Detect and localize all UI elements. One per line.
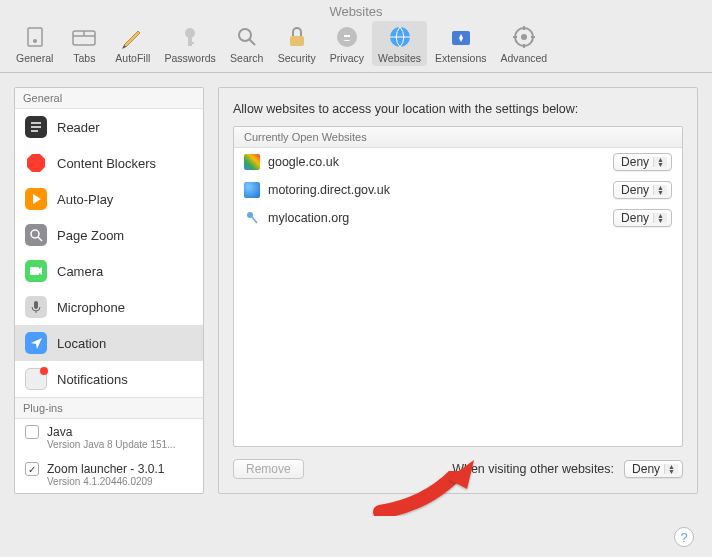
sidebar-item-label: Page Zoom xyxy=(57,228,124,243)
privacy-icon xyxy=(333,23,361,51)
chevron-updown-icon: ▲▼ xyxy=(653,213,667,223)
sidebar-item-microphone[interactable]: Microphone xyxy=(15,289,203,325)
plugin-version: Version Java 8 Update 151... xyxy=(47,439,193,450)
chevron-updown-icon: ▲▼ xyxy=(653,157,667,167)
notifications-icon xyxy=(25,368,47,390)
site-row[interactable]: google.co.uk Deny ▲▼ xyxy=(234,148,682,176)
bottom-bar: Remove When visiting other websites: Den… xyxy=(233,459,683,479)
default-permission-dropdown[interactable]: Deny ▲▼ xyxy=(624,460,683,478)
window-title: Websites xyxy=(0,0,712,21)
default-permission-label: When visiting other websites: xyxy=(452,462,614,476)
search-icon xyxy=(233,23,261,51)
websites-icon xyxy=(386,23,414,51)
tab-advanced[interactable]: Advanced xyxy=(494,21,553,66)
auto-play-icon xyxy=(25,188,47,210)
svg-point-27 xyxy=(31,230,39,238)
tab-general[interactable]: General xyxy=(10,21,59,66)
tab-passwords[interactable]: Passwords xyxy=(158,21,221,66)
site-name: mylocation.org xyxy=(268,211,605,225)
favicon-icon xyxy=(244,182,260,198)
tab-security[interactable]: Security xyxy=(272,21,322,66)
remove-button[interactable]: Remove xyxy=(233,459,304,479)
svg-point-1 xyxy=(33,39,37,43)
svg-marker-26 xyxy=(33,194,41,204)
content-blockers-icon xyxy=(25,152,47,174)
website-list: Currently Open Websites google.co.uk Den… xyxy=(233,126,683,447)
svg-rect-6 xyxy=(188,36,192,46)
help-button[interactable]: ? xyxy=(674,527,694,547)
permission-dropdown[interactable]: Deny ▲▼ xyxy=(613,153,672,171)
preferences-toolbar: General Tabs AutoFill Passwords Search xyxy=(0,21,712,73)
sidebar-item-label: Content Blockers xyxy=(57,156,156,171)
site-name: motoring.direct.gov.uk xyxy=(268,183,605,197)
camera-icon xyxy=(25,260,47,282)
plugin-checkbox[interactable]: ✓ xyxy=(25,462,39,476)
svg-rect-12 xyxy=(344,35,350,37)
sidebar-item-label: Camera xyxy=(57,264,103,279)
chevron-updown-icon: ▲▼ xyxy=(664,464,678,474)
sidebar-item-label: Auto-Play xyxy=(57,192,113,207)
settings-sidebar: General Reader Content Blockers Auto-Pla… xyxy=(14,87,204,494)
sidebar-item-label: Notifications xyxy=(57,372,128,387)
sidebar-item-auto-play[interactable]: Auto-Play xyxy=(15,181,203,217)
sidebar-item-reader[interactable]: Reader xyxy=(15,109,203,145)
advanced-icon xyxy=(510,23,538,51)
svg-point-17 xyxy=(521,34,527,40)
plugin-name: Java xyxy=(47,425,193,439)
main-panel: Allow websites to access your location w… xyxy=(218,87,698,494)
sidebar-section-general: General xyxy=(15,88,203,109)
sidebar-item-location[interactable]: Location xyxy=(15,325,203,361)
microphone-icon xyxy=(25,296,47,318)
passwords-icon xyxy=(176,23,204,51)
tab-tabs[interactable]: Tabs xyxy=(61,21,107,66)
tab-extensions[interactable]: Extensions xyxy=(429,21,492,66)
site-row[interactable]: motoring.direct.gov.uk Deny ▲▼ xyxy=(234,176,682,204)
permission-dropdown[interactable]: Deny ▲▼ xyxy=(613,209,672,227)
svg-rect-0 xyxy=(28,28,42,46)
tab-privacy[interactable]: Privacy xyxy=(324,21,370,66)
svg-line-9 xyxy=(249,39,255,45)
main-heading: Allow websites to access your location w… xyxy=(233,102,683,116)
svg-rect-31 xyxy=(34,301,38,309)
svg-rect-29 xyxy=(30,267,39,275)
tab-websites[interactable]: Websites xyxy=(372,21,427,66)
chevron-updown-icon: ▲▼ xyxy=(653,185,667,195)
reader-icon xyxy=(25,116,47,138)
tabs-icon xyxy=(70,23,98,51)
svg-marker-33 xyxy=(31,338,42,349)
svg-line-35 xyxy=(252,217,257,223)
page-zoom-icon xyxy=(25,224,47,246)
svg-marker-30 xyxy=(39,267,42,275)
tab-autofill[interactable]: AutoFill xyxy=(109,21,156,66)
sidebar-item-notifications[interactable]: Notifications xyxy=(15,361,203,397)
preferences-window: Websites General Tabs AutoFill Passwords xyxy=(0,0,712,508)
sidebar-item-page-zoom[interactable]: Page Zoom xyxy=(15,217,203,253)
favicon-icon xyxy=(244,210,260,226)
sidebar-item-camera[interactable]: Camera xyxy=(15,253,203,289)
tab-search[interactable]: Search xyxy=(224,21,270,66)
site-row[interactable]: mylocation.org Deny ▲▼ xyxy=(234,204,682,232)
plugin-java[interactable]: Java Version Java 8 Update 151... xyxy=(15,419,203,456)
site-name: google.co.uk xyxy=(268,155,605,169)
sidebar-item-content-blockers[interactable]: Content Blockers xyxy=(15,145,203,181)
favicon-icon xyxy=(244,154,260,170)
list-header: Currently Open Websites xyxy=(234,127,682,148)
content-area: General Reader Content Blockers Auto-Pla… xyxy=(0,73,712,508)
general-icon xyxy=(21,23,49,51)
security-icon xyxy=(283,23,311,51)
svg-line-28 xyxy=(38,237,42,241)
svg-rect-7 xyxy=(188,42,194,44)
sidebar-section-plugins: Plug-ins xyxy=(15,397,203,419)
location-icon xyxy=(25,332,47,354)
sidebar-item-label: Reader xyxy=(57,120,100,135)
sidebar-item-label: Location xyxy=(57,336,106,351)
svg-rect-10 xyxy=(290,36,304,46)
autofill-icon xyxy=(119,23,147,51)
plugin-name: Zoom launcher - 3.0.1 xyxy=(47,462,193,476)
plugin-zoom-launcher[interactable]: ✓ Zoom launcher - 3.0.1 Version 4.1.2044… xyxy=(15,456,203,493)
permission-dropdown[interactable]: Deny ▲▼ xyxy=(613,181,672,199)
plugin-version: Version 4.1.20446.0209 xyxy=(47,476,193,487)
extensions-icon xyxy=(447,23,475,51)
plugin-checkbox[interactable] xyxy=(25,425,39,439)
sidebar-item-label: Microphone xyxy=(57,300,125,315)
